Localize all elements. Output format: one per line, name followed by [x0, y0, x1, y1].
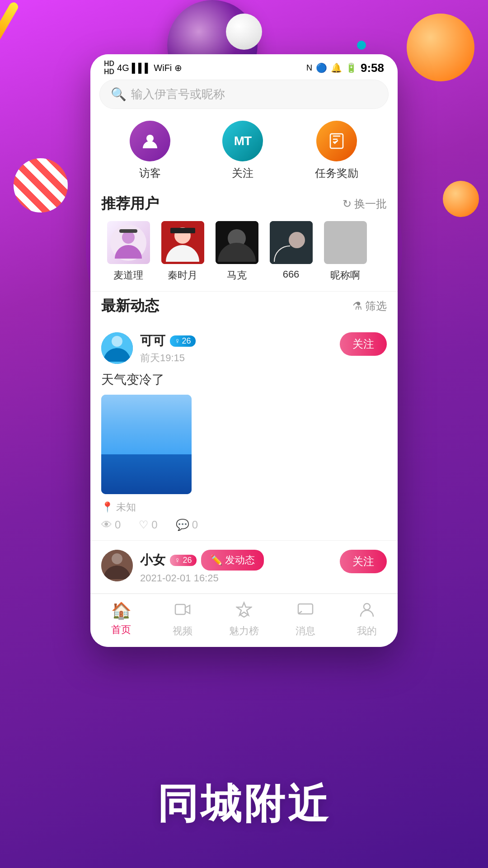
quick-actions: 访客 MT 关注 任务奖励 [90, 116, 398, 189]
nav-home[interactable]: 🏠 首页 [99, 601, 144, 638]
location-icon: 📍 [101, 501, 113, 513]
search-icon: 🔍 [111, 87, 127, 102]
rec-avatar-1 [107, 221, 150, 264]
rec-avatar-5 [324, 221, 367, 264]
feed-gender-badge-2: ♀ 26 [170, 555, 197, 566]
charm-icon [236, 601, 252, 622]
search-placeholder: 输入伊言号或昵称 [131, 86, 225, 102]
nav-home-label: 首页 [111, 623, 131, 637]
svg-point-11 [289, 232, 305, 248]
follow-label: 关注 [232, 166, 253, 180]
status-left: HDHD 4G ▌▌▌ WiFi ⊕ [104, 60, 182, 76]
post-action-btn[interactable]: ✏️ 发动态 [201, 550, 264, 571]
feed-username-row-1: 可可 ♀ 26 [140, 332, 333, 349]
like-icon: ♡ [139, 519, 149, 531]
feed-header-1: 可可 ♀ 26 前天19:15 关注 [101, 332, 387, 365]
feed-location-1: 📍 未知 [101, 500, 387, 514]
video-icon [174, 601, 191, 622]
home-icon: 🏠 [111, 601, 131, 620]
quick-action-visitor[interactable]: 访客 [130, 121, 170, 180]
feed-time-1: 前天19:15 [140, 351, 333, 365]
feed-avatar-2[interactable] [101, 550, 133, 581]
quick-action-follow[interactable]: MT 关注 [222, 121, 263, 180]
feed-header-2: 小女 ♀ 26 ✏️ 发动态 2021-02-01 16:25 关注 [101, 550, 387, 584]
feed-time-2: 2021-02-01 16:25 [140, 572, 333, 584]
rec-user-name-1: 麦道理 [113, 269, 143, 282]
rec-avatar-3 [216, 221, 258, 264]
clock: 9:58 [361, 61, 384, 75]
mute-icon: 🔔 [331, 62, 342, 73]
filter-icon: ⚗ [352, 300, 362, 312]
svg-point-15 [112, 553, 122, 564]
refresh-batch-button[interactable]: ↻ 换一批 [343, 197, 387, 211]
bluetooth-icon: 🔵 [316, 62, 327, 73]
edit-icon: ✏️ [210, 554, 222, 566]
recommended-section-header: 推荐用户 ↻ 换一批 [90, 189, 398, 221]
nav-charm-label: 魅力榜 [229, 624, 259, 638]
rec-user-name-2: 秦时月 [168, 269, 197, 282]
rec-user-5[interactable]: 昵称啊 [318, 221, 372, 282]
visitor-icon [130, 121, 170, 161]
nav-profile[interactable]: 我的 [344, 601, 389, 638]
svg-rect-16 [175, 604, 185, 614]
feed-user-info-1: 可可 ♀ 26 前天19:15 [140, 332, 333, 365]
rec-user-2[interactable]: 秦时月 [155, 221, 210, 282]
nav-profile-label: 我的 [357, 624, 377, 638]
signal-bars: ▌▌▌ [132, 63, 151, 73]
bottom-nav: 🏠 首页 视频 魅力榜 [90, 594, 398, 647]
sea-portion [101, 454, 192, 494]
nav-message[interactable]: 消息 [283, 601, 328, 638]
feed-avatar-1[interactable] [101, 332, 133, 364]
feed-content-text-1: 天气变冷了 [101, 371, 387, 388]
feed-title: 最新动态 [101, 296, 159, 316]
feed-follow-btn-1[interactable]: 关注 [340, 332, 387, 356]
follow-icon: MT [222, 121, 263, 161]
rec-user-1[interactable]: 麦道理 [101, 221, 155, 282]
feed-section: 最新动态 ⚗ 筛选 可可 [90, 291, 398, 594]
feed-item-1: 可可 ♀ 26 前天19:15 关注 天气变冷了 📍 未知 [90, 323, 398, 541]
feed-comments[interactable]: 💬 0 [176, 519, 198, 531]
feed-actions-1: 👁 0 ♡ 0 💬 0 [101, 519, 387, 531]
refresh-icon: ↻ [343, 198, 352, 210]
rec-user-3[interactable]: 马克 [210, 221, 264, 282]
quick-action-task[interactable]: 任务奖励 [315, 121, 358, 180]
feed-follow-btn-2[interactable]: 关注 [340, 550, 387, 573]
feed-user-info-2: 小女 ♀ 26 ✏️ 发动态 2021-02-01 16:25 [140, 550, 333, 584]
bottom-tagline: 同城附近 [0, 777, 488, 832]
nav-video-label: 视频 [173, 624, 192, 638]
rec-avatar-2 [161, 221, 204, 264]
wifi-icon: WiFi [154, 63, 172, 73]
feed-filter-button[interactable]: ⚗ 筛选 [352, 299, 387, 313]
rec-user-name-3: 马克 [227, 269, 247, 282]
svg-point-0 [146, 135, 154, 142]
visitor-label: 访客 [139, 166, 161, 180]
feed-username-1: 可可 [140, 332, 165, 349]
search-bar[interactable]: 🔍 输入伊言号或昵称 [99, 80, 389, 109]
svg-point-3 [122, 231, 135, 244]
comment-icon: 💬 [176, 519, 189, 531]
recommended-users-list: 麦道理 秦时月 马克 [90, 221, 398, 291]
rec-avatar-4 [270, 221, 313, 264]
feed-section-header: 最新动态 ⚗ 筛选 [90, 292, 398, 323]
nav-message-label: 消息 [296, 624, 315, 638]
nav-charm[interactable]: 魅力榜 [221, 601, 267, 638]
svg-point-13 [112, 336, 122, 347]
task-icon [316, 121, 357, 161]
message-icon [297, 601, 314, 622]
svg-rect-4 [119, 229, 137, 233]
feed-username-2: 小女 [140, 552, 165, 569]
feed-image-1[interactable] [101, 395, 192, 494]
feed-likes[interactable]: ♡ 0 [139, 519, 157, 531]
battery-icon: 🔋 [346, 62, 357, 73]
sky-portion [101, 395, 192, 454]
status-right: N 🔵 🔔 🔋 9:58 [306, 61, 384, 75]
rec-user-4[interactable]: 666 [264, 221, 318, 282]
svg-point-18 [364, 604, 370, 610]
feed-username-row-2: 小女 ♀ 26 ✏️ 发动态 [140, 550, 333, 571]
charge-icon: ⊕ [174, 62, 182, 73]
views-icon: 👁 [101, 519, 112, 531]
status-bar: HDHD 4G ▌▌▌ WiFi ⊕ N 🔵 🔔 🔋 9:58 [90, 54, 398, 80]
rec-user-name-4: 666 [283, 269, 300, 280]
feed-views: 👁 0 [101, 519, 121, 531]
nav-video[interactable]: 视频 [160, 601, 205, 638]
